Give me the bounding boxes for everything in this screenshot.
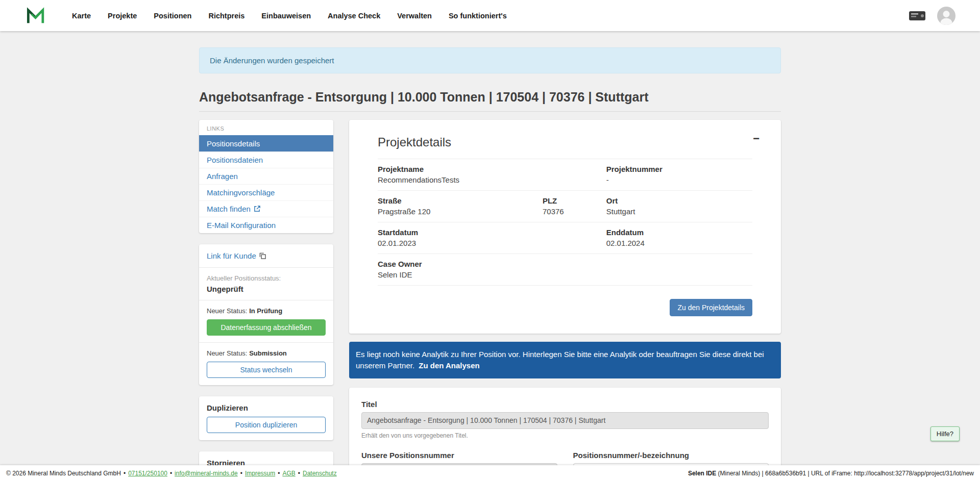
projektnummer-value: - xyxy=(606,175,752,184)
titel-label: Titel xyxy=(361,400,769,409)
sidebar-item-positionsdetails[interactable]: Positionsdetails xyxy=(199,135,333,151)
nav-item-positionen[interactable]: Positionen xyxy=(154,12,191,20)
strasse-value: Pragstraße 120 xyxy=(378,207,543,216)
sidebar-item-match-finden[interactable]: Match finden xyxy=(199,200,333,217)
strasse-label: Straße xyxy=(378,196,543,205)
collapse-icon[interactable]: − xyxy=(753,133,760,144)
case-owner-value: Selen IDE xyxy=(378,270,543,279)
footer-agb-link[interactable]: AGB xyxy=(282,470,295,477)
nav-item-analyse-check[interactable]: Analyse Check xyxy=(328,12,380,20)
sidebar-item-matchingvorschlaege[interactable]: Matchingvorschläge xyxy=(199,184,333,200)
sidebar-item-label: Positionsdateien xyxy=(207,156,263,164)
positionsnummer-label: Unsere Positionsnummer xyxy=(361,451,557,460)
divider xyxy=(199,342,333,343)
current-status-label: Aktueller Positionsstatus: xyxy=(207,274,326,282)
projektname-label: Projektname xyxy=(378,165,543,173)
external-link-icon xyxy=(254,206,260,212)
titel-help: Erhält den von uns vorgegebenen Titel. xyxy=(361,432,769,439)
cancel-card: Stornieren Stornieren▾ xyxy=(199,451,333,465)
sidebar: LINKS Positionsdetails Positionsdateien … xyxy=(199,120,333,465)
project-details-button[interactable]: Zu den Projektdetails xyxy=(670,299,752,316)
title-divider xyxy=(199,111,781,112)
sidebar-item-label: E-Mail Konfiguration xyxy=(207,221,276,230)
footer-meta: (Mineral Minds) | 668a6b536b91 | URL of … xyxy=(716,470,974,477)
nav-item-verwalten[interactable]: Verwalten xyxy=(397,12,432,20)
new-status-line-2: Neuer Status: Submission xyxy=(207,349,326,357)
footer: © 2026 Mineral Minds Deutschland GmbH • … xyxy=(0,465,980,481)
divider xyxy=(199,300,333,300)
nav-item-projekte[interactable]: Projekte xyxy=(108,12,137,20)
analytics-banner: Es liegt noch keine Analytik zu Ihrer Po… xyxy=(349,342,781,378)
top-navbar: Karte Projekte Positionen Richtpreis Ein… xyxy=(0,0,980,31)
nav-item-richtpreis[interactable]: Richtpreis xyxy=(208,12,244,20)
sidebar-item-label: Match finden xyxy=(207,205,251,213)
page-title: Angebotsanfrage - Entsorgung | 10.000 To… xyxy=(199,90,781,105)
main-content: Projektdetails − Projektname Recommendat… xyxy=(349,120,781,465)
project-details-card: Projektdetails − Projektname Recommendat… xyxy=(349,120,781,334)
titel-input[interactable] xyxy=(361,412,769,429)
sidebar-links-card: LINKS Positionsdetails Positionsdateien … xyxy=(199,120,333,233)
user-avatar-icon[interactable] xyxy=(937,7,955,25)
customer-link[interactable]: Link für Kunde xyxy=(207,251,266,260)
customer-link-label: Link für Kunde xyxy=(207,251,256,260)
cancel-title: Stornieren xyxy=(207,459,326,465)
footer-user: Selen IDE xyxy=(688,470,716,477)
nav-item-einbauweisen[interactable]: Einbauweisen xyxy=(261,12,311,20)
server-icon[interactable] xyxy=(909,11,926,21)
help-button[interactable]: Hilfe? xyxy=(930,426,960,441)
switch-status-button[interactable]: Status wechseln xyxy=(207,362,326,378)
footer-phone-link[interactable]: 07151/250100 xyxy=(128,470,167,477)
current-status-value: Ungeprüft xyxy=(207,285,326,293)
project-row: Projektname RecommendationsTests Projekt… xyxy=(378,159,752,191)
divider xyxy=(199,267,333,268)
projektname-value: RecommendationsTests xyxy=(378,175,543,184)
footer-left: © 2026 Mineral Minds Deutschland GmbH • … xyxy=(6,470,337,477)
project-row: Straße Pragstraße 120 PLZ 70376 Ort Stut… xyxy=(378,191,752,222)
saved-alert-text: Die Änderungen wurden gespeichert xyxy=(210,56,334,65)
brand-logo[interactable] xyxy=(25,6,45,26)
sidebar-item-positionsdateien[interactable]: Positionsdateien xyxy=(199,151,333,168)
content-viewport: Die Änderungen wurden gespeichert Angebo… xyxy=(0,31,980,465)
project-row: Case Owner Selen IDE xyxy=(378,254,752,286)
startdatum-value: 02.01.2023 xyxy=(378,239,543,247)
nav-item-karte[interactable]: Karte xyxy=(72,12,91,20)
complete-data-entry-button[interactable]: Datenerfassung abschließen xyxy=(207,319,326,336)
duplicate-card: Duplizieren Position duplizieren xyxy=(199,396,333,440)
enddatum-label: Enddatum xyxy=(606,228,752,237)
sidebar-item-label: Anfragen xyxy=(207,172,238,181)
nav-item-so-funktionierts[interactable]: So funktioniert's xyxy=(449,12,507,20)
main-nav: Karte Projekte Positionen Richtpreis Ein… xyxy=(72,12,507,20)
footer-impressum-link[interactable]: Impressum xyxy=(245,470,275,477)
sidebar-item-email-konfiguration[interactable]: E-Mail Konfiguration xyxy=(199,217,333,233)
custom-nummer-label: Positionsnummer/-bezeichnung xyxy=(573,451,769,460)
footer-copyright: © 2026 Mineral Minds Deutschland GmbH xyxy=(6,470,121,477)
analytics-banner-link[interactable]: Zu den Analysen xyxy=(419,361,479,370)
plz-value: 70376 xyxy=(543,207,606,216)
enddatum-value: 02.01.2024 xyxy=(606,239,752,247)
ort-value: Stuttgart xyxy=(606,207,752,216)
startdatum-label: Startdatum xyxy=(378,228,543,237)
project-details-title: Projektdetails xyxy=(378,135,752,149)
footer-datenschutz-link[interactable]: Datenschutz xyxy=(303,470,337,477)
footer-email-link[interactable]: info@mineral-minds.de xyxy=(175,470,238,477)
saved-alert: Die Änderungen wurden gespeichert xyxy=(199,47,781,73)
mineral-minds-logo-icon xyxy=(25,6,44,26)
projektnummer-label: Projektnummer xyxy=(606,165,752,173)
plz-label: PLZ xyxy=(543,196,606,205)
position-form-card: Titel Erhält den von uns vorgegebenen Ti… xyxy=(349,388,781,466)
analytics-banner-text: Es liegt noch keine Analytik zu Ihrer Po… xyxy=(356,350,764,370)
new-status-line-1: Neuer Status: In Prüfung xyxy=(207,307,326,315)
case-owner-label: Case Owner xyxy=(378,260,543,268)
ort-label: Ort xyxy=(606,196,752,205)
project-row: Startdatum 02.01.2023 Enddatum 02.01.202… xyxy=(378,222,752,254)
duplicate-position-button[interactable]: Position duplizieren xyxy=(207,417,326,433)
footer-session-info: Selen IDE (Mineral Minds) | 668a6b536b91… xyxy=(688,470,974,477)
sidebar-links-header: LINKS xyxy=(199,120,333,135)
duplicate-title: Duplizieren xyxy=(207,403,326,412)
status-card: Link für Kunde Aktueller Positionsstatus… xyxy=(199,244,333,385)
sidebar-item-label: Positionsdetails xyxy=(207,139,260,148)
sidebar-item-anfragen[interactable]: Anfragen xyxy=(199,168,333,184)
sidebar-item-label: Matchingvorschläge xyxy=(207,188,275,197)
copy-icon xyxy=(259,252,266,259)
